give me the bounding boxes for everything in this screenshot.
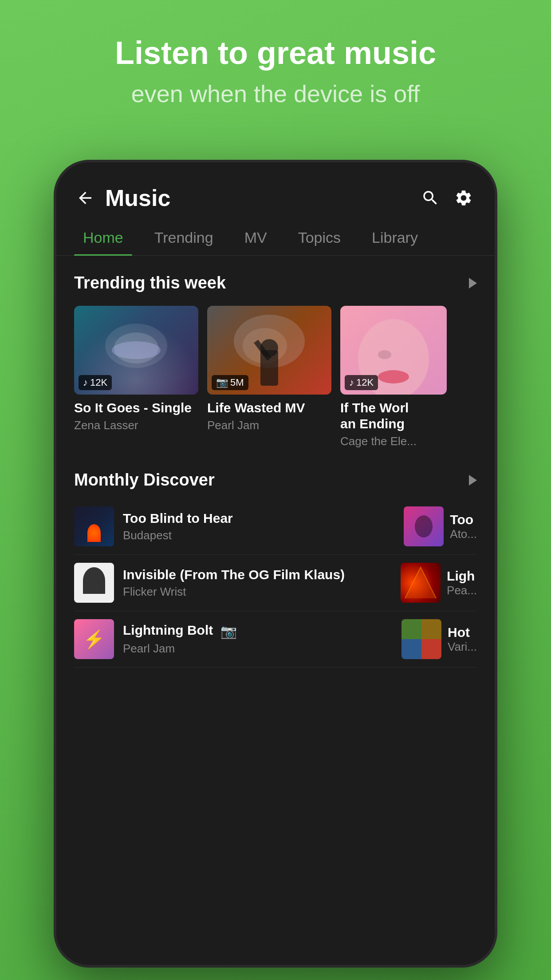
discover-right-name-1: Too <box>450 512 477 527</box>
trending-card-2[interactable]: 📷5M Life Wasted MV Pearl Jam <box>207 306 331 448</box>
card-artist-1: Zena Lasser <box>74 419 198 432</box>
discover-right-3: Hot Vari... <box>401 619 477 659</box>
discover-name-3: Lightning Bolt 📷 <box>123 623 393 639</box>
tab-home[interactable]: Home <box>74 220 132 255</box>
card-name-2: Life Wasted MV <box>207 400 331 416</box>
trending-title: Trending this week <box>74 273 226 292</box>
discover-right-thumb-2 <box>401 563 441 603</box>
discover-thumb-3 <box>74 619 114 659</box>
card-name-1: So It Goes - Single <box>74 400 198 416</box>
discover-right-name-2: Ligh <box>447 569 477 584</box>
discover-right-artist-3: Vari... <box>448 640 477 654</box>
discover-right-2: Ligh Pea... <box>401 563 477 603</box>
video-icon: 📷 <box>220 624 237 639</box>
tab-bar: Home Trending MV Topics Library <box>56 220 495 256</box>
discover-right-artist-2: Pea... <box>447 584 477 597</box>
app-bar: Music <box>56 162 495 220</box>
trending-card-3[interactable]: ♪12K If The Worlan Ending Cage the Ele..… <box>340 306 464 448</box>
card-name-3: If The Worlan Ending <box>340 400 464 432</box>
trending-more-button[interactable] <box>469 278 477 288</box>
badge-2: 📷5M <box>212 375 248 390</box>
tab-topics[interactable]: Topics <box>289 220 350 255</box>
card-artist-3: Cage the Ele... <box>340 435 464 448</box>
monthly-discover-list: Too Blind to Hear Budapest Too Ato... <box>56 498 495 668</box>
monthly-header: Monthly Discover <box>56 457 495 498</box>
discover-right-artist-1: Ato... <box>450 527 477 541</box>
discover-info-3: Lightning Bolt 📷 Pearl Jam <box>123 623 393 656</box>
discover-thumb-2 <box>74 563 114 603</box>
discover-right-1: Too Ato... <box>404 506 477 546</box>
settings-button[interactable] <box>450 185 477 211</box>
monthly-more-button[interactable] <box>469 475 477 486</box>
hero-section: Listen to great music even when the devi… <box>0 36 551 108</box>
discover-thumb-1 <box>74 506 114 546</box>
discover-info-1: Too Blind to Hear Budapest <box>123 511 395 542</box>
search-button[interactable] <box>417 185 444 211</box>
discover-row-3[interactable]: Lightning Bolt 📷 Pearl Jam <box>74 611 477 668</box>
discover-info-2: Invisible (From The OG Film Klaus) Flick… <box>123 567 392 599</box>
discover-artist-1: Budapest <box>123 529 395 542</box>
badge-1: ♪12K <box>79 375 112 390</box>
trending-card-1[interactable]: ♪12K So It Goes - Single Zena Lasser <box>74 306 198 448</box>
discover-artist-2: Flicker Wrist <box>123 585 392 599</box>
discover-name-1: Too Blind to Hear <box>123 511 395 526</box>
discover-right-name-3: Hot <box>448 625 477 640</box>
trending-cards-list: ♪12K So It Goes - Single Zena Lasser <box>56 301 495 457</box>
tab-trending[interactable]: Trending <box>146 220 222 255</box>
phone-screen: Music Home Trending MV Topics Li <box>56 162 495 965</box>
phone-mockup: Music Home Trending MV Topics Li <box>54 160 497 968</box>
discover-row-2[interactable]: Invisible (From The OG Film Klaus) Flick… <box>74 555 477 611</box>
phone-frame: Music Home Trending MV Topics Li <box>54 160 497 968</box>
discover-right-info-3: Hot Vari... <box>448 625 477 654</box>
trending-card-thumb-1: ♪12K <box>74 306 198 395</box>
trending-card-thumb-2: 📷5M <box>207 306 331 395</box>
svg-point-10 <box>378 350 391 359</box>
app-title: Music <box>105 185 410 211</box>
tab-library[interactable]: Library <box>363 220 427 255</box>
discover-name-2: Invisible (From The OG Film Klaus) <box>123 567 392 582</box>
tab-mv[interactable]: MV <box>236 220 276 255</box>
hero-subtitle: even when the device is off <box>27 79 524 108</box>
badge-3: ♪12K <box>345 375 378 390</box>
card-artist-2: Pearl Jam <box>207 419 331 432</box>
monthly-title: Monthly Discover <box>74 470 215 490</box>
discover-right-thumb-3 <box>401 619 441 659</box>
hero-title: Listen to great music <box>27 36 524 71</box>
discover-artist-3: Pearl Jam <box>123 642 393 656</box>
discover-row-1[interactable]: Too Blind to Hear Budapest Too Ato... <box>74 498 477 555</box>
discover-right-info-2: Ligh Pea... <box>447 569 477 597</box>
back-button[interactable] <box>74 187 96 209</box>
trending-header: Trending this week <box>56 260 495 301</box>
discover-right-info-1: Too Ato... <box>450 512 477 541</box>
svg-point-2 <box>112 341 161 359</box>
svg-point-9 <box>378 370 409 383</box>
discover-right-thumb-1 <box>404 506 444 546</box>
